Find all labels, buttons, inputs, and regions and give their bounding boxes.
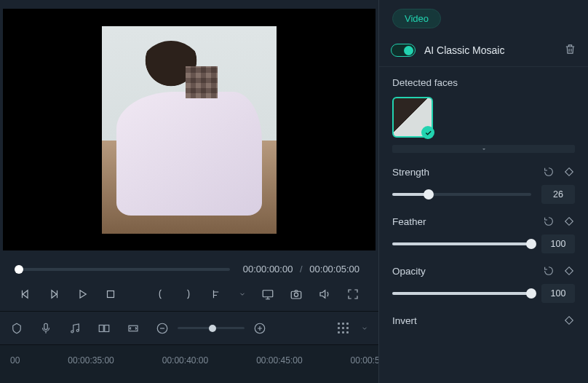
svg-point-3 xyxy=(294,293,298,296)
layout-tool-button[interactable] xyxy=(98,322,111,335)
play-button[interactable] xyxy=(76,288,89,301)
strength-slider[interactable] xyxy=(392,193,531,196)
svg-rect-0 xyxy=(108,291,114,298)
tick-label: 00:00:45:00 xyxy=(256,355,302,366)
time-display: 00:00:00:00 / 00:00:05:00 xyxy=(243,264,359,275)
mark-out-button[interactable] xyxy=(182,288,195,301)
svg-rect-4 xyxy=(44,323,48,329)
check-icon xyxy=(421,126,434,139)
timeline-menu-chevron-icon[interactable] xyxy=(361,322,368,335)
snapshot-button[interactable] xyxy=(290,288,303,301)
strength-value[interactable]: 26 xyxy=(541,185,575,204)
tab-video[interactable]: Video xyxy=(392,9,441,28)
timeline-toolbar xyxy=(0,311,378,344)
display-button[interactable] xyxy=(261,288,274,301)
detected-face-thumb[interactable] xyxy=(392,97,433,138)
mark-in-button[interactable] xyxy=(154,288,167,301)
preview-frame xyxy=(102,26,277,234)
zoom-out-button[interactable] xyxy=(156,322,169,335)
tick-label: 00:00:50:00 xyxy=(351,355,378,366)
opacity-slider[interactable] xyxy=(392,292,531,295)
keyframe-icon[interactable] xyxy=(563,315,575,326)
tick-label: 00 xyxy=(10,355,20,366)
opacity-value[interactable]: 100 xyxy=(541,284,575,303)
prev-frame-button[interactable] xyxy=(19,288,32,301)
time-total: 00:00:05:00 xyxy=(309,264,359,275)
face-strip-expand[interactable] xyxy=(392,145,575,153)
tick-label: 00:00:35:00 xyxy=(68,355,114,366)
playhead-scrubber[interactable] xyxy=(19,268,230,271)
audio-tool-button[interactable] xyxy=(68,322,82,335)
align-menu-button[interactable] xyxy=(210,288,223,301)
detected-faces-label: Detected faces xyxy=(392,77,575,88)
next-frame-button[interactable] xyxy=(47,288,60,301)
timeline[interactable]: 00 00:00:35:00 00:00:40:00 00:00:45:00 0… xyxy=(0,344,378,383)
mosaic-overlay xyxy=(186,66,218,98)
svg-point-5 xyxy=(71,331,74,333)
time-sep: / xyxy=(300,264,303,275)
fit-tool-button[interactable] xyxy=(127,322,140,335)
video-preview xyxy=(3,9,376,250)
svg-rect-7 xyxy=(99,325,103,331)
reset-icon[interactable] xyxy=(543,216,555,227)
voiceover-button[interactable] xyxy=(39,322,52,335)
feather-value[interactable]: 100 xyxy=(541,234,575,253)
timeline-view-button[interactable] xyxy=(338,323,351,333)
feather-slider[interactable] xyxy=(392,242,531,245)
dropdown-chevron-icon[interactable] xyxy=(239,288,246,301)
reset-icon[interactable] xyxy=(543,265,555,277)
marker-tool-button[interactable] xyxy=(10,322,23,335)
invert-label: Invert xyxy=(392,315,555,326)
feather-label: Feather xyxy=(392,216,534,227)
opacity-label: Opacity xyxy=(392,266,534,277)
reset-icon[interactable] xyxy=(543,166,555,178)
keyframe-icon[interactable] xyxy=(563,166,575,178)
keyframe-icon[interactable] xyxy=(563,265,575,277)
time-current: 00:00:00:00 xyxy=(243,264,293,275)
strength-label: Strength xyxy=(392,167,534,178)
svg-rect-8 xyxy=(105,325,109,331)
tick-label: 00:00:40:00 xyxy=(162,355,208,366)
feature-title: AI Classic Mosaic xyxy=(424,44,555,56)
zoom-in-button[interactable] xyxy=(253,322,266,335)
zoom-slider[interactable] xyxy=(178,327,245,329)
svg-rect-1 xyxy=(263,291,273,297)
feature-toggle[interactable] xyxy=(391,44,416,57)
stop-button[interactable] xyxy=(104,288,117,301)
svg-point-6 xyxy=(76,329,79,331)
keyframe-icon[interactable] xyxy=(563,216,575,227)
delete-button[interactable] xyxy=(564,43,576,58)
volume-button[interactable] xyxy=(318,288,331,301)
fullscreen-button[interactable] xyxy=(346,288,359,301)
